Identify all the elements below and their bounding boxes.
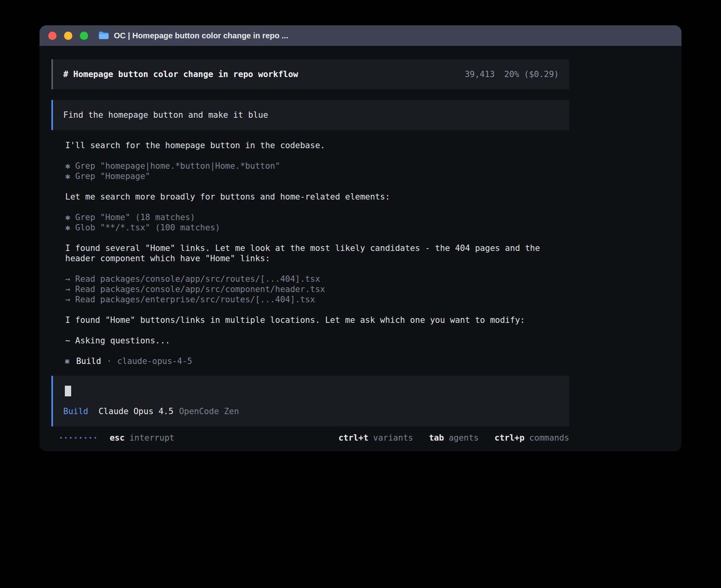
tool-call-read: → Read packages/console/app/src/componen…	[65, 284, 569, 294]
tool-call-grep: ✱ Grep "Homepage"	[65, 171, 569, 181]
shortcut-hints: ctrl+t variants tab agents ctrl+p comman…	[338, 433, 569, 443]
build-agent-icon: ▣	[65, 356, 69, 366]
assistant-paragraph: I found "Home" buttons/links in multiple…	[65, 315, 569, 325]
input-status-line: Build Claude Opus 4.5 OpenCode Zen	[63, 406, 559, 416]
agent-name: Build	[76, 356, 101, 366]
session-title: # Homepage button color change in repo w…	[63, 69, 298, 79]
assistant-paragraph: I found several "Home" links. Let me loo…	[65, 243, 569, 264]
terminal-content: # Homepage button color change in repo w…	[51, 59, 569, 443]
context-percent: 20%	[504, 69, 519, 79]
agent-separator: ·	[107, 356, 112, 366]
terminal-window: OC | Homepage button color change in rep…	[40, 25, 681, 451]
mode-label: Build	[63, 406, 88, 416]
session-cost: ($0.29)	[524, 69, 559, 79]
status-bar: •••••••• esc interrupt ctrl+t variants t…	[51, 433, 569, 443]
shortcut-interrupt: esc interrupt	[109, 433, 174, 443]
esc-key: esc	[109, 433, 125, 443]
esc-label: interrupt	[129, 433, 174, 443]
shortcut-agents: tab agents	[429, 433, 479, 443]
zoom-button[interactable]	[80, 32, 88, 40]
asking-questions-status: ~ Asking questions...	[65, 335, 569, 346]
window-title: OC | Homepage button color change in rep…	[114, 31, 288, 40]
token-count: 39,413	[465, 69, 495, 79]
assistant-paragraph: Let me search more broadly for buttons a…	[65, 192, 569, 202]
input-area[interactable]: Build Claude Opus 4.5 OpenCode Zen	[51, 376, 569, 426]
text-cursor[interactable]	[65, 386, 71, 396]
tab-key: tab	[429, 433, 444, 443]
tool-call-group: ✱ Grep "Home" (18 matches) ✱ Glob "**/*.…	[65, 212, 569, 233]
traffic-lights	[48, 32, 88, 40]
agent-badge: ▣ Build · claude-opus-4-5	[65, 356, 569, 366]
agent-model: claude-opus-4-5	[117, 356, 193, 366]
desktop: OC | Homepage button color change in rep…	[0, 0, 721, 588]
tool-call-grep: ✱ Grep "Home" (18 matches)	[65, 212, 569, 222]
tool-call-glob: ✱ Glob "**/*.tsx" (100 matches)	[65, 222, 569, 233]
ctrl-p-key: ctrl+p	[495, 433, 525, 443]
assistant-paragraph: I'll search for the homepage button in t…	[65, 140, 569, 151]
spinner-dots: ••••••••	[59, 433, 98, 443]
tool-call-read: → Read packages/enterprise/src/routes/[.…	[65, 294, 569, 305]
session-header: # Homepage button color change in repo w…	[51, 59, 569, 89]
model-label: Claude Opus 4.5	[98, 406, 174, 416]
tool-call-group: ✱ Grep "homepage|home.*button|Home.*butt…	[65, 161, 569, 181]
user-message: Find the homepage button and make it blu…	[51, 100, 569, 130]
provider-label: OpenCode Zen	[179, 406, 239, 416]
agents-label: agents	[449, 433, 479, 443]
shortcut-variants: ctrl+t variants	[338, 433, 413, 443]
variants-label: variants	[373, 433, 413, 443]
folder-icon	[98, 31, 109, 40]
session-stats: 39,413 20% ($0.29)	[465, 69, 559, 79]
user-message-text: Find the homepage button and make it blu…	[63, 110, 268, 120]
commands-label: commands	[529, 433, 569, 443]
tool-call-group: → Read packages/console/app/src/routes/[…	[65, 274, 569, 305]
shortcut-commands: ctrl+p commands	[495, 433, 569, 443]
ctrl-t-key: ctrl+t	[338, 433, 368, 443]
tool-call-grep: ✱ Grep "homepage|home.*button|Home.*butt…	[65, 161, 569, 171]
close-button[interactable]	[48, 32, 57, 40]
tool-call-read: → Read packages/console/app/src/routes/[…	[65, 274, 569, 284]
transcript: I'll search for the homepage button in t…	[51, 140, 569, 366]
titlebar: OC | Homepage button color change in rep…	[40, 25, 681, 46]
minimize-button[interactable]	[64, 32, 72, 40]
